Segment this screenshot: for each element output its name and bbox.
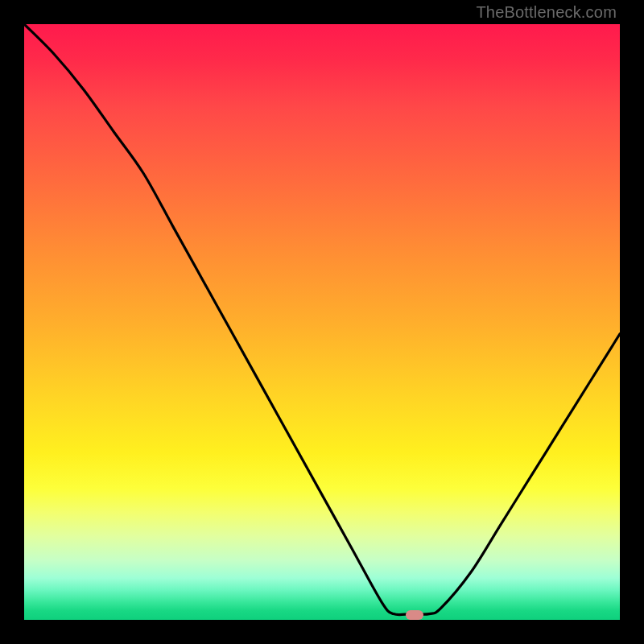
plot-area — [24, 24, 620, 620]
watermark-text: TheBottleneck.com — [476, 3, 617, 22]
chart-frame: TheBottleneck.com — [0, 0, 644, 644]
optimal-point-marker — [406, 610, 423, 620]
curve-path — [24, 24, 620, 615]
bottleneck-curve — [24, 24, 620, 620]
